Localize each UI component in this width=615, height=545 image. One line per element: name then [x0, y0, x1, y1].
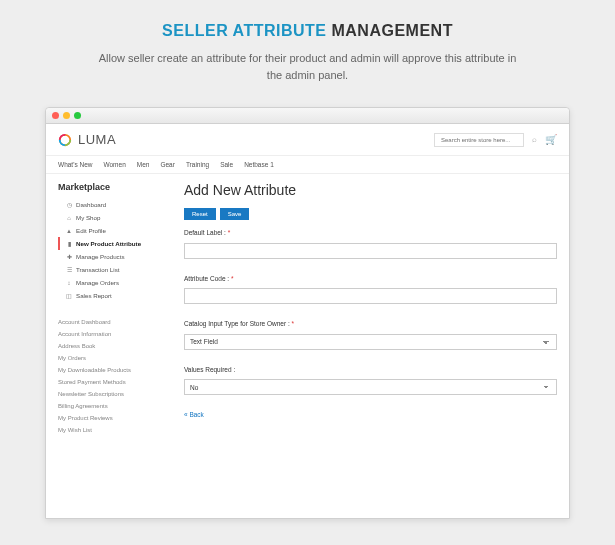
- sidebar-item-label: Dashboard: [76, 201, 106, 208]
- input-type-label: Catalog Input Type for Store Owner : *: [184, 320, 294, 327]
- products-icon: ✚: [66, 254, 72, 260]
- account-item[interactable]: Account Dashboard: [58, 316, 168, 328]
- minimize-icon[interactable]: [63, 112, 70, 119]
- nav-item[interactable]: Men: [137, 161, 150, 168]
- account-item[interactable]: Newsletter Subscriptions: [58, 388, 168, 400]
- report-icon: ◫: [66, 293, 72, 299]
- save-button[interactable]: Save: [220, 208, 250, 220]
- search-input[interactable]: [434, 133, 524, 147]
- account-item[interactable]: Address Book: [58, 340, 168, 352]
- sidebar-item[interactable]: ◷Dashboard: [58, 198, 168, 211]
- logo-text: LUMA: [78, 132, 116, 147]
- sidebar-title: Marketplace: [58, 182, 168, 192]
- default-label-label: Default Label : *: [184, 229, 230, 236]
- sidebar-item-label: Sales Report: [76, 292, 112, 299]
- hero-title-accent: SELLER ATTRIBUTE: [162, 22, 326, 39]
- nav-item[interactable]: Gear: [160, 161, 174, 168]
- sidebar-item[interactable]: ☰Transaction List: [58, 263, 168, 276]
- sidebar-item[interactable]: ↕Manage Orders: [58, 276, 168, 289]
- orders-icon: ↕: [66, 280, 72, 286]
- sidebar-item-label: Manage Products: [76, 253, 125, 260]
- account-item[interactable]: Billing Agreements: [58, 400, 168, 412]
- account-item[interactable]: Account Information: [58, 328, 168, 340]
- default-label-input[interactable]: [184, 243, 557, 259]
- window-titlebar: [46, 108, 569, 124]
- dashboard-icon: ◷: [66, 202, 72, 208]
- sidebar-item[interactable]: ▲Edit Profile: [58, 224, 168, 237]
- cart-icon[interactable]: 🛒: [545, 134, 557, 145]
- values-required-select[interactable]: No: [184, 379, 557, 395]
- sidebar-item[interactable]: ◫Sales Report: [58, 289, 168, 302]
- nav-item[interactable]: Women: [103, 161, 125, 168]
- attribute-code-label: Attribute Code : *: [184, 275, 234, 282]
- nav-item[interactable]: Training: [186, 161, 209, 168]
- reset-button[interactable]: Reset: [184, 208, 216, 220]
- page-title: Add New Attribute: [184, 182, 557, 198]
- attribute-code-input[interactable]: [184, 288, 557, 304]
- main-nav: What's NewWomenMenGearTrainingSaleNetbas…: [46, 156, 569, 174]
- values-required-label: Values Required :: [184, 366, 235, 373]
- list-icon: ☰: [66, 267, 72, 273]
- app-window: LUMA ⌕ 🛒 What's NewWomenMenGearTrainingS…: [45, 107, 570, 519]
- sidebar-item[interactable]: ⌂My Shop: [58, 211, 168, 224]
- account-item[interactable]: My Wish List: [58, 424, 168, 436]
- home-icon: ⌂: [66, 215, 72, 221]
- sidebar-item[interactable]: ✚Manage Products: [58, 250, 168, 263]
- account-item[interactable]: My Orders: [58, 352, 168, 364]
- topbar: LUMA ⌕ 🛒: [46, 124, 569, 156]
- content: Add New Attribute Reset Save Default Lab…: [184, 182, 557, 436]
- close-icon[interactable]: [52, 112, 59, 119]
- sidebar-item-label: My Shop: [76, 214, 100, 221]
- sidebar-item-label: New Product Attribute: [76, 240, 141, 247]
- sidebar-item-label: Manage Orders: [76, 279, 119, 286]
- search-icon[interactable]: ⌕: [532, 135, 537, 144]
- back-link[interactable]: « Back: [184, 411, 204, 418]
- nav-item[interactable]: Netbase 1: [244, 161, 274, 168]
- sidebar: Marketplace ◷Dashboard⌂My Shop▲Edit Prof…: [58, 182, 168, 436]
- logo-icon: [58, 133, 72, 147]
- account-item[interactable]: Stored Payment Methods: [58, 376, 168, 388]
- sidebar-item-label: Transaction List: [76, 266, 119, 273]
- attribute-icon: ▮: [66, 241, 72, 247]
- sidebar-item[interactable]: ▮New Product Attribute: [58, 237, 168, 250]
- nav-item[interactable]: Sale: [220, 161, 233, 168]
- user-icon: ▲: [66, 228, 72, 234]
- logo[interactable]: LUMA: [58, 132, 116, 147]
- account-item[interactable]: My Downloadable Products: [58, 364, 168, 376]
- nav-item[interactable]: What's New: [58, 161, 92, 168]
- hero-title-rest: MANAGEMENT: [331, 22, 452, 39]
- hero-title: SELLER ATTRIBUTE MANAGEMENT: [40, 22, 575, 40]
- sidebar-item-label: Edit Profile: [76, 227, 106, 234]
- hero-subtitle: Allow seller create an attribute for the…: [98, 50, 518, 83]
- input-type-select[interactable]: Text Field: [184, 334, 557, 350]
- account-item[interactable]: My Product Reviews: [58, 412, 168, 424]
- maximize-icon[interactable]: [74, 112, 81, 119]
